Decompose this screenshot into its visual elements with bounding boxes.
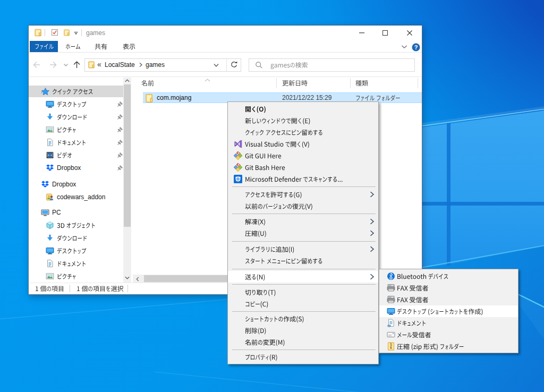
svg-text:?: ? [414,44,418,50]
